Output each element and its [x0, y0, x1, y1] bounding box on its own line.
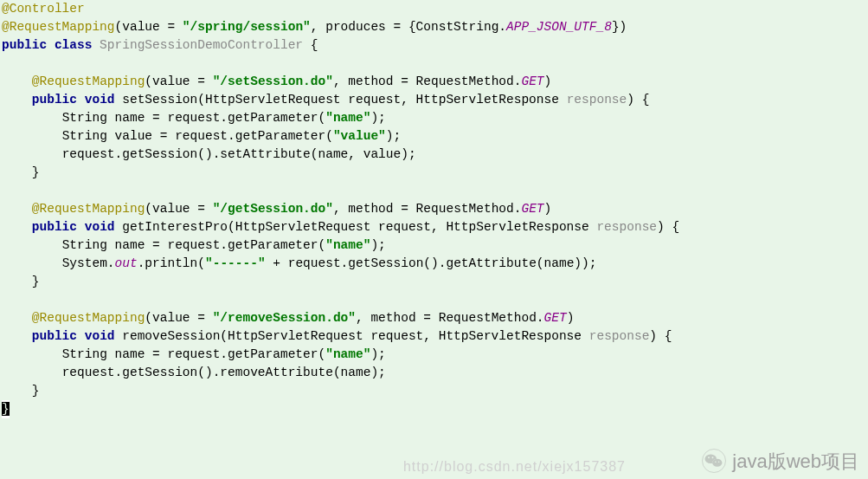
watermark-text: java版web项目	[732, 452, 859, 470]
string-literal: "------"	[205, 256, 266, 270]
caret-line: }	[2, 400, 10, 418]
svg-point-4	[708, 456, 710, 458]
keyword: public void	[32, 93, 115, 107]
code-text: ) {	[627, 93, 649, 107]
method-signature: getInterestPro(HttpServletRequest reques…	[115, 220, 597, 234]
param-name: response	[596, 220, 657, 234]
string-literal: "/getSession.do"	[213, 202, 333, 216]
annotation: @RequestMapping	[32, 74, 145, 88]
wechat-icon	[701, 448, 727, 474]
string-literal: "name"	[325, 111, 370, 125]
string-literal: "name"	[325, 347, 370, 361]
svg-point-3	[712, 459, 722, 467]
param-name: response	[567, 93, 627, 107]
string-literal: "/removeSession.do"	[213, 311, 356, 325]
static-field: out	[115, 256, 138, 270]
brace: }	[32, 275, 40, 288]
code-editor: @Controller @RequestMapping(value = "/sp…	[0, 0, 868, 418]
code-text: )	[567, 311, 575, 325]
code-text: , method = RequestMethod.	[333, 202, 522, 216]
annotation: @RequestMapping	[2, 20, 115, 34]
code-text: )	[544, 74, 552, 88]
watermark: java版web项目	[701, 448, 859, 474]
string-literal: "value"	[333, 129, 386, 143]
code-text: );	[370, 111, 385, 125]
code-text: , method = RequestMethod.	[356, 311, 544, 325]
svg-point-7	[718, 461, 720, 463]
method-signature: removeSession(HttpServletRequest request…	[115, 329, 589, 343]
string-literal: "/setSession.do"	[213, 74, 333, 88]
code-text: String value = request.getParameter(	[62, 129, 333, 143]
keyword: public void	[32, 329, 115, 343]
code-text: })	[612, 20, 627, 34]
code-text: );	[370, 238, 385, 252]
static-field: GET	[521, 202, 543, 216]
code-text: (value =	[145, 202, 212, 216]
string-literal: "name"	[325, 238, 370, 252]
code-text: )	[544, 202, 552, 216]
method-signature: setSession(HttpServletRequest request, H…	[115, 93, 567, 107]
brace: }	[32, 384, 40, 398]
keyword: public void	[32, 220, 115, 234]
annotation: @Controller	[2, 2, 85, 16]
code-text: .println(	[138, 256, 205, 270]
brace: {	[311, 38, 318, 52]
code-text: ) {	[649, 329, 672, 343]
code-text: );	[370, 347, 385, 361]
code-text: );	[386, 129, 401, 143]
code-text: (value =	[145, 74, 212, 88]
string-literal: "/spring/session"	[183, 20, 311, 34]
code-text: , produces = {ConstString.	[311, 20, 506, 34]
watermark-url: http://blog.csdn.net/xiejx157387	[403, 457, 626, 476]
code-text: (value =	[115, 20, 183, 34]
brace: }	[32, 165, 40, 179]
code-text: (value =	[145, 311, 212, 325]
svg-point-5	[712, 456, 714, 458]
class-name: SpringSessionDemoController	[92, 38, 310, 52]
annotation: @RequestMapping	[32, 311, 145, 325]
code-text: + request.getSession().getAttribute(name…	[266, 256, 597, 270]
static-field: GET	[521, 74, 543, 88]
code-text: request.getSession().removeAttribute(nam…	[62, 366, 386, 379]
code-text: String name = request.getParameter(	[62, 347, 326, 361]
code-text: System.	[62, 256, 115, 270]
caret: }	[2, 402, 10, 416]
param-name: response	[589, 329, 650, 343]
code-text: String name = request.getParameter(	[62, 238, 326, 252]
annotation: @RequestMapping	[32, 202, 145, 216]
static-field: GET	[544, 311, 567, 325]
svg-point-6	[715, 461, 717, 463]
code-text: , method = RequestMethod.	[333, 74, 522, 88]
code-text: String name = request.getParameter(	[62, 111, 326, 125]
static-field: APP_JSON_UTF_8	[506, 20, 612, 34]
keyword: public class	[2, 38, 92, 52]
code-text: ) {	[657, 220, 679, 234]
code-text: request.getSession().setAttribute(name, …	[62, 147, 416, 161]
